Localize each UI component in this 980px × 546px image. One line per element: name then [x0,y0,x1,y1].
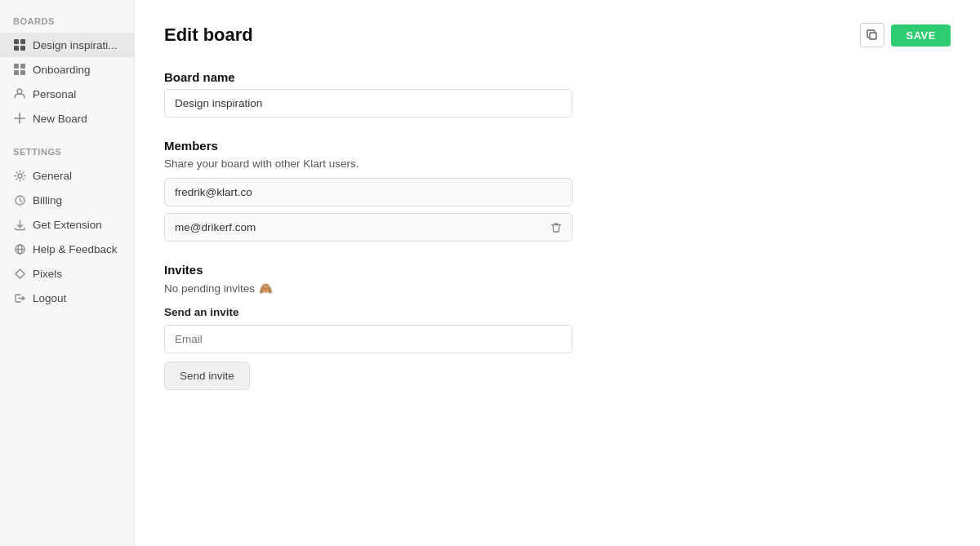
board-icon [13,38,26,51]
members-label: Members [164,139,951,153]
person-icon [13,87,26,100]
board-name-section: Board name [164,70,951,118]
svg-rect-7 [20,70,25,75]
sidebar-item-extension-label: Get Extension [33,219,102,231]
logout-icon [13,291,26,304]
page-header: Edit board SAVE [164,23,951,47]
invites-label: Invites [164,263,951,277]
sidebar-item-help-label: Help & Feedback [33,243,118,255]
svg-rect-0 [14,39,19,44]
sidebar-item-design[interactable]: Design inspirati... [0,33,134,57]
download-icon [13,218,26,231]
sidebar-item-personal-label: Personal [33,88,76,100]
svg-rect-4 [14,64,19,69]
boards-section-label: BOARDS [0,16,134,33]
sidebar-item-new-board[interactable]: New Board [0,106,134,131]
sidebar-item-pixels-label: Pixels [33,268,62,280]
svg-rect-5 [20,64,25,69]
sidebar-item-design-label: Design inspirati... [33,39,118,51]
member-row-2: me@drikerf.com [164,213,572,242]
sidebar-item-general-label: General [33,170,72,182]
svg-rect-1 [20,39,25,44]
sidebar-item-general[interactable]: General [0,163,134,188]
sidebar-item-onboarding[interactable]: Onboarding [0,57,134,82]
globe-icon [13,242,26,255]
sidebar-item-personal[interactable]: Personal [0,82,134,106]
sidebar-item-pixels[interactable]: Pixels [0,261,134,286]
sidebar-item-logout-label: Logout [33,292,66,304]
invites-section: Invites No pending invites 🙈 Send an inv… [164,263,951,390]
sidebar-item-onboarding-label: Onboarding [33,64,91,76]
svg-rect-2 [14,46,19,51]
sidebar-item-logout[interactable]: Logout [0,286,134,310]
sidebar-item-billing-label: Billing [33,194,62,206]
board-icon-2 [13,63,26,76]
invite-email-input[interactable] [164,325,572,353]
plus-icon [13,112,26,125]
member-delete-button-2[interactable] [550,222,562,233]
svg-rect-16 [870,33,876,39]
diamond-icon [13,267,26,280]
sidebar-item-billing[interactable]: Billing [0,188,134,212]
send-invite-button[interactable]: Send invite [164,362,250,390]
settings-section-label: SETTINGS [0,147,134,163]
board-name-input[interactable] [164,89,572,118]
svg-point-11 [18,174,22,178]
no-pending-text: No pending invites [164,282,255,295]
sidebar: BOARDS Design inspirati... Onboarding [0,0,135,546]
svg-point-8 [17,89,22,94]
board-name-label: Board name [164,70,951,84]
header-actions: SAVE [860,23,951,47]
members-subtitle: Share your board with other Klart users. [164,158,951,170]
members-section: Members Share your board with other Klar… [164,139,951,242]
member-row-1: fredrik@klart.co [164,178,572,206]
no-pending-invites: No pending invites 🙈 [164,282,951,295]
member-email-1: fredrik@klart.co [175,186,252,198]
main-content: Edit board SAVE Board name Members Share… [135,0,980,546]
svg-rect-3 [20,46,25,51]
member-email-2: me@drikerf.com [175,221,256,233]
sidebar-item-new-board-label: New Board [33,113,87,125]
copy-button[interactable] [860,23,884,47]
svg-rect-6 [14,70,19,75]
no-pending-emoji: 🙈 [259,282,273,295]
page-title: Edit board [164,24,253,46]
gear-icon [13,169,26,182]
sidebar-item-help[interactable]: Help & Feedback [0,237,134,261]
send-invite-label: Send an invite [164,306,951,318]
save-button[interactable]: SAVE [891,24,951,47]
clock-icon [13,193,26,206]
sidebar-item-extension[interactable]: Get Extension [0,212,134,237]
